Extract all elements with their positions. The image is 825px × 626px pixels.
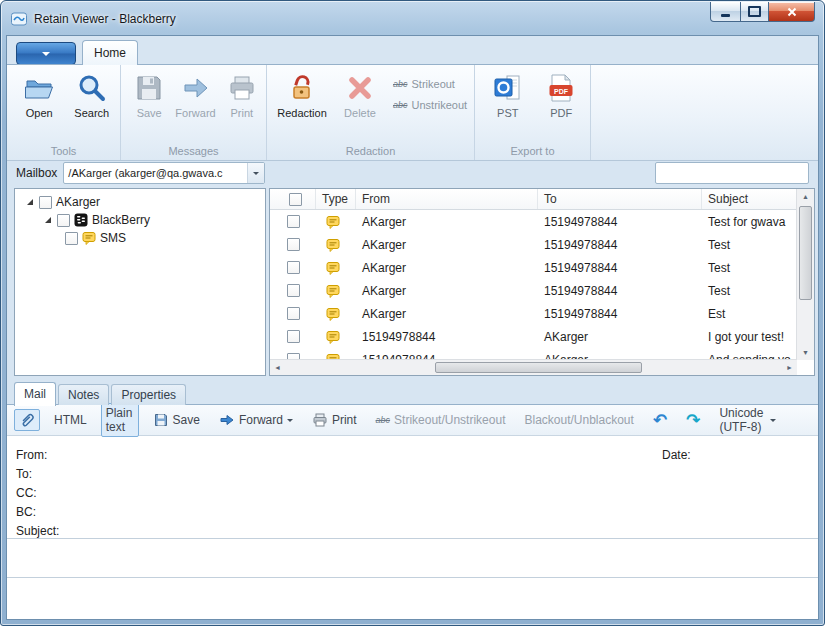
forward-message-button[interactable]: Forward xyxy=(214,409,298,431)
cell-to: 15194978844 xyxy=(538,307,702,321)
ribbon: Open Search Tools Save xyxy=(7,64,818,161)
row-checkbox[interactable] xyxy=(287,284,300,297)
search-input[interactable] xyxy=(656,165,806,181)
table-row[interactable]: AKarger 15194978844 Test xyxy=(270,279,797,302)
horizontal-scroll-thumb[interactable] xyxy=(435,362,642,373)
horizontal-scrollbar[interactable]: ◄ ► xyxy=(270,359,797,375)
html-view-button[interactable]: HTML xyxy=(49,410,92,430)
cc-field-label: CC: xyxy=(16,486,37,500)
maximize-button[interactable] xyxy=(741,2,768,22)
search-box[interactable] xyxy=(655,162,809,184)
attachments-area[interactable] xyxy=(7,578,818,619)
search-label: Search xyxy=(74,107,109,119)
cell-subject: Test xyxy=(702,284,797,298)
strikeout-icon: abc xyxy=(393,79,408,89)
scroll-down-arrow[interactable]: ▼ xyxy=(797,345,814,360)
chevron-down-icon xyxy=(770,419,776,425)
outlook-pst-icon xyxy=(492,72,524,104)
export-pst-button[interactable]: PST xyxy=(485,70,531,119)
tree-checkbox-blackberry[interactable] xyxy=(57,214,70,227)
minimize-button[interactable] xyxy=(710,2,741,22)
export-pdf-button[interactable]: PDF PDF xyxy=(539,70,585,119)
message-header-fields: From: To: CC: BC: Subject: Date: xyxy=(7,436,818,540)
redaction-label: Redaction xyxy=(277,107,327,119)
encoding-dropdown[interactable]: Unicode (UTF-8) xyxy=(714,403,781,437)
mailbox-combobox[interactable]: /AKarger (akarger@qa.gwava.c xyxy=(63,162,265,184)
vertical-scroll-thumb[interactable] xyxy=(799,206,812,300)
tree-checkbox-akarger[interactable] xyxy=(39,196,52,209)
chevron-down-icon xyxy=(42,52,50,60)
preview-toolbar: HTML Plain text Save Forward Print abc xyxy=(7,405,818,436)
close-button[interactable] xyxy=(768,2,815,22)
vertical-scroll-track[interactable] xyxy=(797,204,814,345)
forward-button[interactable]: Forward xyxy=(175,70,215,119)
delete-button[interactable]: Delete xyxy=(335,70,385,119)
cell-from: AKarger xyxy=(356,215,538,229)
unstrikeout-button[interactable]: abc Unstrikeout xyxy=(393,99,467,111)
tree-item-blackberry[interactable]: BlackBerry xyxy=(15,211,265,229)
scroll-right-arrow[interactable]: ► xyxy=(782,360,797,375)
expander-icon[interactable] xyxy=(43,215,53,225)
open-button[interactable]: Open xyxy=(17,70,62,119)
redo-icon: ↷ xyxy=(686,412,700,429)
mailbox-combobox-arrow[interactable] xyxy=(247,163,264,183)
tab-home[interactable]: Home xyxy=(82,40,138,65)
subject-field-label: Subject: xyxy=(16,524,59,538)
table-row[interactable]: AKarger 15194978844 Test xyxy=(270,256,797,279)
save-button[interactable]: Save xyxy=(131,70,167,119)
column-header-type[interactable]: Type xyxy=(316,189,356,209)
delete-x-icon xyxy=(344,72,376,104)
forward-arrow-icon xyxy=(180,72,212,104)
scroll-left-arrow[interactable]: ◄ xyxy=(270,360,285,375)
search-button[interactable]: Search xyxy=(70,70,115,119)
file-menu-button[interactable] xyxy=(16,42,76,65)
redo-button[interactable]: ↷ xyxy=(681,409,705,432)
undo-button[interactable]: ↶ xyxy=(648,409,672,432)
table-row[interactable]: 15194978844 AKarger I got your test! xyxy=(270,325,797,348)
print-message-button[interactable]: Print xyxy=(307,409,362,431)
plain-text-view-button[interactable]: Plain text xyxy=(101,403,139,437)
save-message-label: Save xyxy=(173,413,200,427)
vertical-scrollbar[interactable]: ▲ ▼ xyxy=(796,189,814,360)
tree-checkbox-sms[interactable] xyxy=(65,232,78,245)
tree-item-akarger[interactable]: AKarger xyxy=(15,193,265,211)
tab-properties[interactable]: Properties xyxy=(111,384,186,405)
tab-notes[interactable]: Notes xyxy=(58,384,109,405)
table-row[interactable]: AKarger 15194978844 Est xyxy=(270,302,797,325)
blackout-toggle-button[interactable]: Blackout/Unblackout xyxy=(519,410,638,430)
row-checkbox[interactable] xyxy=(287,215,300,228)
tree-item-sms[interactable]: SMS xyxy=(15,229,265,247)
print-button[interactable]: Print xyxy=(224,70,260,119)
printer-icon xyxy=(312,412,328,428)
row-checkbox[interactable] xyxy=(287,261,300,274)
save-message-button[interactable]: Save xyxy=(148,409,205,431)
expander-icon[interactable] xyxy=(25,197,35,207)
chevron-down-icon xyxy=(253,172,259,178)
group-messages: Save Forward Print Messages xyxy=(121,65,267,160)
redaction-button[interactable]: Redaction xyxy=(277,70,327,119)
group-export: PST PDF PDF Export to xyxy=(475,65,591,160)
row-checkbox[interactable] xyxy=(287,307,300,320)
caption-buttons xyxy=(710,2,815,22)
strikeout-button[interactable]: abc Strikeout xyxy=(393,78,467,90)
group-redaction: Redaction Delete abc Strikeout abc U xyxy=(267,65,475,160)
message-body-area[interactable] xyxy=(7,539,818,576)
table-row[interactable]: AKarger 15194978844 Test for gwava xyxy=(270,210,797,233)
attachments-button[interactable] xyxy=(14,409,40,431)
select-all-checkbox[interactable] xyxy=(289,193,302,206)
tab-mail[interactable]: Mail xyxy=(14,382,56,406)
row-checkbox[interactable] xyxy=(287,238,300,251)
column-header-subject[interactable]: Subject xyxy=(702,189,797,209)
message-list: Type From To Subject AKarger 15194978844… xyxy=(269,188,815,376)
column-header-from[interactable]: From xyxy=(356,189,538,209)
cell-to: 15194978844 xyxy=(538,261,702,275)
row-checkbox[interactable] xyxy=(287,330,300,343)
strikeout-toggle-button[interactable]: abc Strikeout/Unstrikeout xyxy=(371,410,511,430)
screen: Retain Viewer - Blackberry Home Open xyxy=(0,0,825,626)
scroll-up-arrow[interactable]: ▲ xyxy=(797,189,814,204)
folder-tree: AKarger BlackBerry SMS xyxy=(14,188,266,376)
group-label-export: Export to xyxy=(475,145,590,160)
column-header-to[interactable]: To xyxy=(538,189,702,209)
horizontal-scroll-track[interactable] xyxy=(285,360,782,375)
table-row[interactable]: AKarger 15194978844 Test xyxy=(270,233,797,256)
